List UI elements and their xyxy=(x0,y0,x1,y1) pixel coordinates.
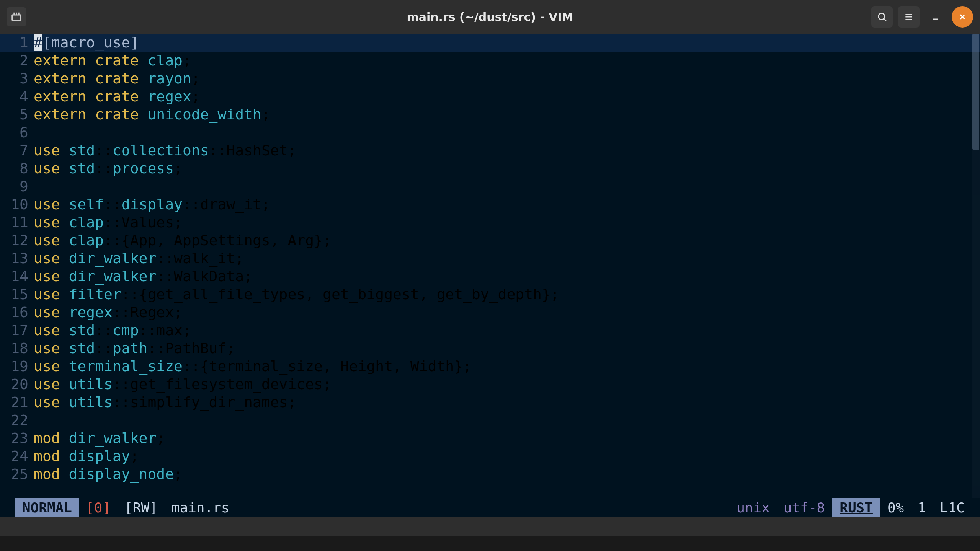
line-number: 25 xyxy=(0,465,34,483)
code-text: mod dir_walker; xyxy=(34,429,980,447)
code-line[interactable]: 18use std::path::PathBuf; xyxy=(0,339,980,357)
readwrite-flag: [RW] xyxy=(118,498,165,517)
code-text: #[macro_use] xyxy=(34,34,980,52)
cursor-line: 1 xyxy=(911,498,933,517)
line-number: 19 xyxy=(0,357,34,375)
code-text: use dir_walker::WalkData; xyxy=(34,267,980,285)
code-line[interactable]: 21use utils::simplify_dir_names; xyxy=(0,393,980,411)
filetype: RUST xyxy=(832,498,880,517)
buffer-count: [0] xyxy=(79,498,118,517)
code-text: use self::display::draw_it; xyxy=(34,196,980,214)
code-text: extern crate unicode_width; xyxy=(34,106,980,124)
code-line[interactable]: 9 xyxy=(0,178,980,196)
code-text: mod display; xyxy=(34,447,980,465)
code-text: use clap::{App, AppSettings, Arg}; xyxy=(34,231,980,249)
line-number: 16 xyxy=(0,303,34,321)
bottom-chrome xyxy=(0,517,980,536)
code-line[interactable]: 3extern crate rayon; xyxy=(0,70,980,88)
code-text: extern crate clap; xyxy=(34,52,980,70)
line-number: 3 xyxy=(0,70,34,88)
code-text xyxy=(34,178,980,196)
code-text: use dir_walker::walk_it; xyxy=(34,249,980,267)
scroll-percent: 0% xyxy=(880,498,911,517)
code-line[interactable]: 6 xyxy=(0,124,980,142)
code-text: extern crate regex; xyxy=(34,88,980,106)
code-text: use regex::Regex; xyxy=(34,303,980,321)
code-line[interactable]: 23mod dir_walker; xyxy=(0,429,980,447)
line-number: 4 xyxy=(0,88,34,106)
mode-indicator: NORMAL xyxy=(15,498,79,517)
code-line[interactable]: 19use terminal_size::{terminal_size, Hei… xyxy=(0,357,980,375)
line-number: 24 xyxy=(0,447,34,465)
line-number: 5 xyxy=(0,106,34,124)
code-line[interactable]: 24mod display; xyxy=(0,447,980,465)
minimize-button[interactable] xyxy=(925,6,946,28)
line-number: 13 xyxy=(0,249,34,267)
code-text: use utils::simplify_dir_names; xyxy=(34,393,980,411)
line-number: 2 xyxy=(0,52,34,70)
line-number: 18 xyxy=(0,339,34,357)
app-menu-icon[interactable] xyxy=(7,7,26,26)
code-line[interactable]: 13use dir_walker::walk_it; xyxy=(0,249,980,267)
code-text: use terminal_size::{terminal_size, Heigh… xyxy=(34,357,980,375)
line-number: 21 xyxy=(0,393,34,411)
code-text xyxy=(34,411,980,429)
code-text: extern crate rayon; xyxy=(34,70,980,88)
close-button[interactable] xyxy=(952,6,973,28)
code-line[interactable]: 22 xyxy=(0,411,980,429)
code-text xyxy=(34,124,980,142)
line-number: 17 xyxy=(0,321,34,339)
status-line: NORMAL [0] [RW] main.rs unix utf-8 RUST … xyxy=(0,498,980,517)
code-line[interactable]: 7use std::collections::HashSet; xyxy=(0,142,980,160)
window-title: main.rs (~/dust/src) - VIM xyxy=(407,10,573,24)
line-number: 9 xyxy=(0,178,34,196)
code-text: mod display_node; xyxy=(34,465,980,483)
editor[interactable]: 1#[macro_use]2extern crate clap;3extern … xyxy=(0,34,980,498)
code-text: use clap::Values; xyxy=(34,214,980,231)
vertical-scrollbar[interactable] xyxy=(972,34,980,498)
encoding: utf-8 xyxy=(777,498,832,517)
line-number: 11 xyxy=(0,214,34,231)
line-number: 7 xyxy=(0,142,34,160)
line-number: 10 xyxy=(0,196,34,214)
fileformat: unix xyxy=(730,498,777,517)
titlebar: main.rs (~/dust/src) - VIM xyxy=(0,0,980,34)
code-line[interactable]: 10use self::display::draw_it; xyxy=(0,196,980,214)
code-line[interactable]: 1#[macro_use] xyxy=(0,34,980,52)
line-number: 20 xyxy=(0,375,34,393)
code-text: use std::process; xyxy=(34,160,980,178)
code-line[interactable]: 14use dir_walker::WalkData; xyxy=(0,267,980,285)
line-number: 15 xyxy=(0,285,34,303)
code-line[interactable]: 15use filter::{get_all_file_types, get_b… xyxy=(0,285,980,303)
line-number: 6 xyxy=(0,124,34,142)
code-text: use std::path::PathBuf; xyxy=(34,339,980,357)
line-number: 1 xyxy=(0,34,34,52)
code-line[interactable]: 25mod display_node; xyxy=(0,465,980,483)
code-line[interactable]: 2extern crate clap; xyxy=(0,52,980,70)
code-line[interactable]: 8use std::process; xyxy=(0,160,980,178)
hamburger-icon[interactable] xyxy=(898,6,920,28)
code-line[interactable]: 5extern crate unicode_width; xyxy=(0,106,980,124)
code-line[interactable]: 4extern crate regex; xyxy=(0,88,980,106)
code-line[interactable]: 16use regex::Regex; xyxy=(0,303,980,321)
code-text: use utils::get_filesystem_devices; xyxy=(34,375,980,393)
line-number: 23 xyxy=(0,429,34,447)
line-number: 8 xyxy=(0,160,34,178)
filename: main.rs xyxy=(165,498,237,517)
line-number: 12 xyxy=(0,231,34,249)
search-icon[interactable] xyxy=(871,6,893,28)
code-line[interactable]: 12use clap::{App, AppSettings, Arg}; xyxy=(0,231,980,249)
svg-point-0 xyxy=(879,13,885,20)
line-number: 14 xyxy=(0,267,34,285)
line-number: 22 xyxy=(0,411,34,429)
code-line[interactable]: 11use clap::Values; xyxy=(0,214,980,231)
code-text: use std::collections::HashSet; xyxy=(34,142,980,160)
vim-window: main.rs (~/dust/src) - VIM xyxy=(0,0,980,536)
code-line[interactable]: 17use std::cmp::max; xyxy=(0,321,980,339)
scrollbar-thumb[interactable] xyxy=(972,34,979,150)
cursor-col: L1C xyxy=(933,498,972,517)
code-text: use filter::{get_all_file_types, get_big… xyxy=(34,285,980,303)
code-line[interactable]: 20use utils::get_filesystem_devices; xyxy=(0,375,980,393)
code-text: use std::cmp::max; xyxy=(34,321,980,339)
titlebar-right xyxy=(871,6,973,28)
